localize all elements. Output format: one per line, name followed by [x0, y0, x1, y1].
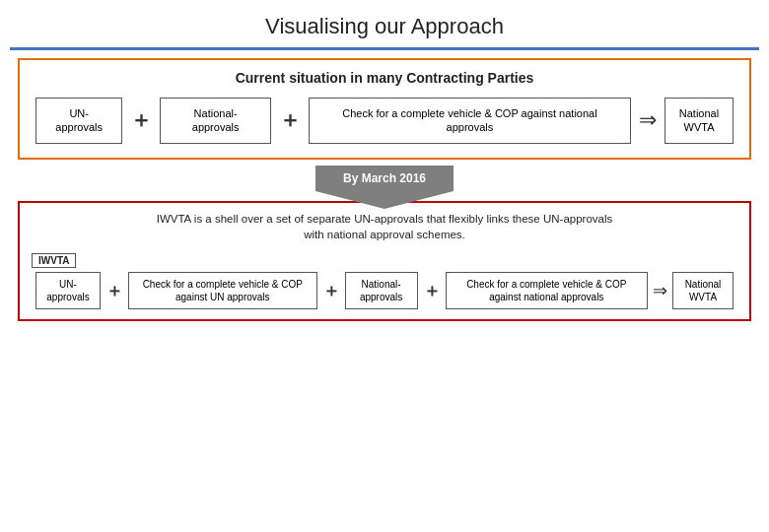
double-arrow-1: ⇒ [639, 107, 657, 133]
un-approvals-box: UN-approvals [35, 98, 122, 144]
top-section-heading: Current situation in many Contracting Pa… [35, 70, 734, 86]
un-approvals-box-bottom: UN-approvals [35, 272, 101, 309]
plus-icon-3: ＋ [105, 279, 123, 302]
national-wvta-box-bottom: NationalWVTA [672, 272, 734, 309]
iwvta-label: IWVTA [32, 253, 76, 268]
check-cop-box: Check for a complete vehicle & COP again… [309, 98, 631, 144]
top-divider [10, 47, 759, 50]
bottom-section: IWVTA is a shell over a set of separate … [18, 201, 751, 321]
bottom-text: IWVTA is a shell over a set of separate … [32, 211, 737, 242]
plus-icon-1: ＋ [130, 109, 152, 131]
chevron-label: By March 2016 [343, 171, 426, 185]
page-title: Visualising our Approach [0, 0, 769, 47]
national-approvals-box: National-approvals [160, 98, 271, 144]
check-cop-national-box: Check for a complete vehicle & COP again… [446, 272, 648, 309]
plus-icon-5: ＋ [423, 279, 441, 302]
chevron-container: By March 2016 [18, 166, 751, 191]
national-wvta-box-top: NationalWVTA [664, 98, 734, 144]
top-flow-row: UN-approvals ＋ National-approvals ＋ Chec… [35, 98, 734, 144]
national-approvals-box-bottom: National-approvals [345, 272, 418, 309]
bottom-flow-row: UN-approvals ＋ Check for a complete vehi… [32, 272, 737, 309]
march-chevron: By March 2016 [315, 166, 454, 191]
double-arrow-2: ⇒ [653, 280, 667, 301]
check-cop-un-box: Check for a complete vehicle & COP again… [128, 272, 317, 309]
plus-icon-4: ＋ [322, 279, 340, 302]
top-section: Current situation in many Contracting Pa… [18, 58, 751, 160]
plus-icon-2: ＋ [279, 109, 301, 131]
